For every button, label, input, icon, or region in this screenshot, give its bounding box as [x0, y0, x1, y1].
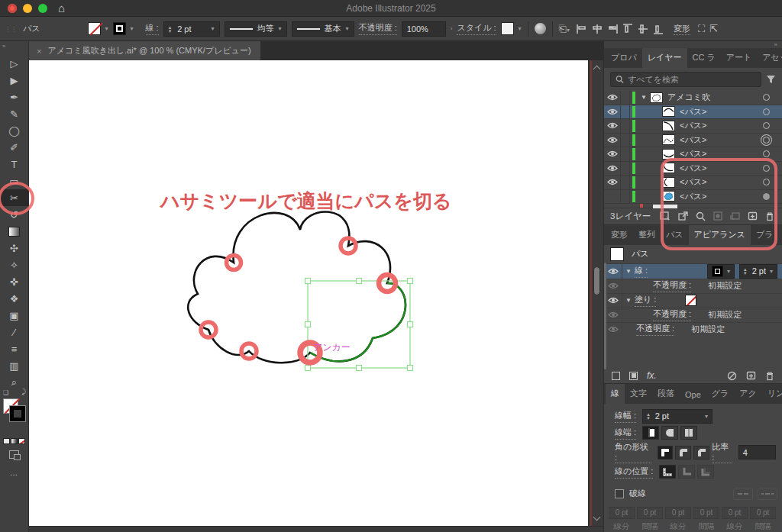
- appearance-tab-6[interactable]: シン: [779, 225, 782, 245]
- stroke-tab-1[interactable]: 線: [606, 384, 625, 404]
- artboard-tool-icon[interactable]: ▣: [0, 307, 28, 324]
- gradient-button[interactable]: [11, 438, 18, 444]
- opacity-panel-icon[interactable]: ›: [451, 25, 453, 32]
- layer-thumbnail[interactable]: [662, 134, 675, 145]
- layer-row[interactable]: <パス>: [604, 147, 782, 162]
- lock-toggle[interactable]: [621, 119, 630, 133]
- layer-row[interactable]: <パス>: [604, 162, 782, 176]
- target-circle-icon[interactable]: [758, 165, 774, 172]
- collect-for-export-icon[interactable]: [660, 211, 671, 221]
- type-tool-icon[interactable]: T: [0, 156, 28, 172]
- visibility-eye-icon[interactable]: [604, 162, 621, 176]
- stroke-tab-5[interactable]: グラ: [706, 384, 735, 404]
- opacity-label[interactable]: 不透明度 :: [359, 22, 397, 35]
- stroke-weight-field[interactable]: ▴▾ 2 pt ▾: [163, 21, 220, 37]
- gradient-tool-icon[interactable]: [0, 223, 28, 240]
- layer-row[interactable]: ▼アメコミ吹: [604, 91, 782, 105]
- transform-link[interactable]: 変形: [674, 23, 690, 35]
- layers-tab-5[interactable]: アセッ: [757, 48, 782, 68]
- round-join-button[interactable]: [675, 446, 691, 459]
- add-new-fill-icon[interactable]: [629, 372, 638, 380]
- brush-definition-dropdown[interactable]: 基本 ▾: [292, 21, 354, 37]
- target-circle-icon[interactable]: [758, 108, 774, 115]
- expand-chevron-icon[interactable]: ▼: [622, 297, 635, 304]
- layer-name[interactable]: <パス>: [680, 120, 758, 131]
- none-button[interactable]: [18, 438, 25, 444]
- visibility-eye-icon[interactable]: [604, 91, 621, 105]
- align-hcenter-icon[interactable]: [592, 24, 603, 34]
- paintbrush-tool-icon[interactable]: ✐: [0, 139, 28, 156]
- export-icon[interactable]: [678, 211, 688, 221]
- layer-thumbnail[interactable]: [662, 163, 675, 173]
- visibility-eye-icon[interactable]: [604, 105, 621, 119]
- visibility-eye-icon[interactable]: [604, 308, 622, 322]
- layer-name[interactable]: アメコミ吹: [667, 92, 758, 103]
- appearance-tab-2[interactable]: 整列: [633, 225, 661, 245]
- dash-preserve-button[interactable]: [733, 488, 753, 500]
- stroke-weight-dropdown-icon[interactable]: ▾: [705, 413, 708, 420]
- appearance-stroke-row[interactable]: ▼ 線 : ▾ ▴▾ 2 pt ▾: [604, 263, 782, 279]
- opacity-link[interactable]: 不透明度 :: [653, 308, 691, 321]
- stroke-indicator[interactable]: [10, 406, 25, 421]
- stroke-tab-7[interactable]: リン: [762, 384, 782, 404]
- visibility-eye-icon[interactable]: [604, 294, 622, 308]
- scissors-tool-icon[interactable]: ✂: [0, 189, 28, 206]
- target-circle-icon[interactable]: [758, 193, 774, 200]
- opacity-value[interactable]: 100%: [407, 24, 428, 34]
- layers-tab-1[interactable]: プロパ: [606, 48, 642, 68]
- layer-name[interactable]: <パス>: [680, 191, 758, 202]
- tools-collapse-icon[interactable]: »: [0, 41, 28, 55]
- dash-segment-value[interactable]: 0 pt: [665, 507, 691, 519]
- add-new-stroke-icon[interactable]: [612, 372, 620, 380]
- canvas[interactable]: ハサミツールで適当にパスを切る アンカー: [29, 60, 603, 526]
- layers-hscroll-thumb[interactable]: [653, 205, 677, 208]
- dash-segment-value[interactable]: 0 pt: [722, 507, 748, 519]
- rotate-tool-icon[interactable]: ↺: [0, 206, 28, 223]
- target-circle-icon[interactable]: [758, 150, 774, 157]
- appearance-tab-1[interactable]: 変形: [606, 225, 633, 245]
- opacity-field[interactable]: 100%: [402, 21, 446, 37]
- edit-toolbar-icon[interactable]: …: [0, 468, 28, 477]
- align-left-icon[interactable]: [577, 24, 587, 34]
- blend-tool-icon[interactable]: ✜: [0, 273, 28, 290]
- layer-thumbnail[interactable]: [662, 177, 675, 188]
- expand-chevron-icon[interactable]: ▼: [622, 268, 635, 275]
- fill-color-chip[interactable]: [685, 295, 696, 306]
- stroke-weight-dropdown-icon[interactable]: ▾: [212, 25, 215, 32]
- stroke-weight-field[interactable]: ▴▾ 2 pt ▾: [642, 409, 713, 424]
- add-effect-icon[interactable]: fx.: [647, 370, 657, 381]
- projecting-cap-button[interactable]: [680, 426, 697, 440]
- scroll-up-icon[interactable]: [593, 66, 601, 73]
- layer-thumbnail[interactable]: [662, 191, 675, 202]
- selection-tool-icon[interactable]: ▷: [0, 55, 28, 72]
- controlbar-grip[interactable]: ⋮⋮: [5, 25, 17, 33]
- visibility-eye-icon[interactable]: [604, 190, 621, 204]
- align-stroke-inside-button[interactable]: [678, 465, 695, 479]
- appearance-tab-4[interactable]: アピアランス: [689, 225, 751, 245]
- align-stroke-outside-button[interactable]: [697, 465, 714, 479]
- align-bottom-icon[interactable]: [653, 24, 664, 34]
- bevel-join-button[interactable]: [693, 446, 709, 459]
- graph-tool-icon[interactable]: ▥: [0, 357, 28, 374]
- appearance-fill-row[interactable]: ▼ 塗り :: [604, 293, 782, 308]
- layer-thumbnail[interactable]: [650, 92, 663, 103]
- collapse-chevron-icon[interactable]: ▼: [638, 94, 650, 101]
- lock-toggle[interactable]: [621, 147, 630, 161]
- dash-segment-value[interactable]: 0 pt: [637, 507, 663, 519]
- appearance-stroke-opacity-row[interactable]: 不透明度 : 初期設定: [604, 279, 782, 293]
- miter-join-button[interactable]: [658, 446, 674, 459]
- miter-ratio-field[interactable]: 4: [738, 445, 777, 459]
- width-profile-dropdown[interactable]: 均等 ▾: [225, 21, 287, 37]
- stroke-weight-label[interactable]: 線幅 :: [615, 410, 636, 423]
- layer-row[interactable]: <パス>: [604, 105, 782, 120]
- visibility-eye-icon[interactable]: [604, 323, 622, 337]
- direct-selection-tool-icon[interactable]: ▶: [0, 72, 28, 89]
- dash-segment-value[interactable]: 0 pt: [750, 507, 776, 519]
- align-stroke-center-button[interactable]: [659, 465, 676, 479]
- appearance-tab-5[interactable]: ブラ: [751, 225, 779, 245]
- align-top-icon[interactable]: [622, 24, 633, 34]
- locate-object-icon[interactable]: [696, 211, 706, 221]
- document-close-icon[interactable]: ×: [37, 47, 41, 56]
- stroke-color-chip[interactable]: ▾: [707, 264, 735, 279]
- document-tab[interactable]: × アメコミ風吹き出し.ai* @ 100 % (CMYK/プレビュー): [29, 41, 260, 60]
